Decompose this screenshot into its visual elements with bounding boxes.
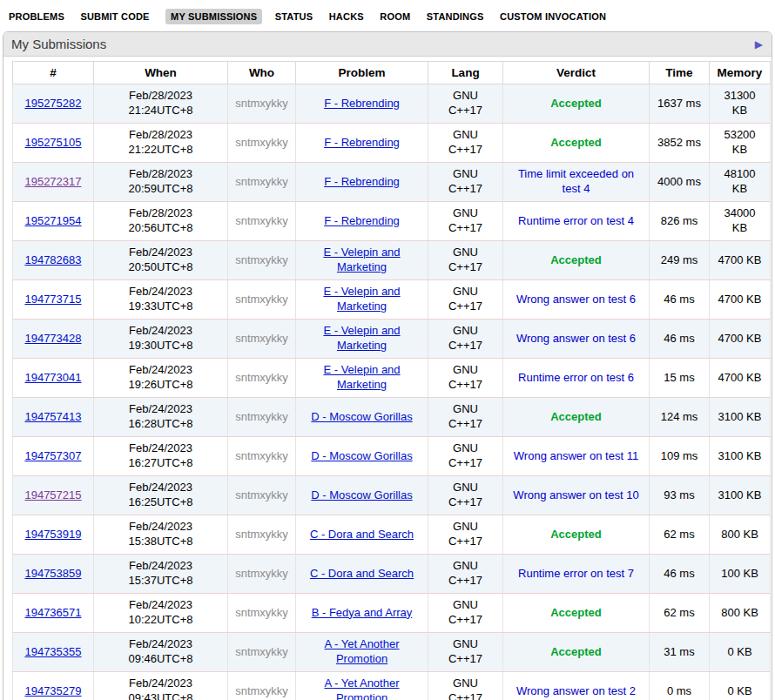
table-row: 195275282 Feb/28/202321:24UTC+8 sntmxykk… bbox=[13, 84, 771, 124]
submission-id-link[interactable]: 194736571 bbox=[24, 606, 81, 619]
submission-memory: 800 KB bbox=[710, 594, 771, 633]
verdict-text[interactable]: Accepted bbox=[550, 645, 602, 658]
user-link[interactable]: sntmxykky bbox=[235, 214, 288, 227]
problem-link[interactable]: C - Dora and Search bbox=[310, 567, 414, 580]
problem-link[interactable]: F - Rebrending bbox=[324, 214, 400, 227]
problem-link[interactable]: A - Yet Another Promotion bbox=[324, 637, 399, 665]
verdict-text[interactable]: Wrong answer on test 6 bbox=[516, 332, 636, 345]
nav-item-standings[interactable]: STANDINGS bbox=[427, 11, 484, 22]
user-link[interactable]: sntmxykky bbox=[235, 253, 288, 266]
submission-time: 3852 ms bbox=[650, 124, 710, 163]
submission-memory: 800 KB bbox=[710, 515, 771, 555]
submission-time: 46 ms bbox=[650, 555, 710, 594]
submission-id-link[interactable]: 194735355 bbox=[24, 645, 81, 658]
nav-item-problems[interactable]: PROBLEMS bbox=[9, 11, 64, 22]
table-row: 194736571 Feb/24/202310:22UTC+8 sntmxykk… bbox=[13, 594, 771, 633]
problem-link[interactable]: D - Moscow Gorillas bbox=[311, 410, 412, 423]
verdict-text[interactable]: Accepted bbox=[550, 606, 602, 619]
user-link[interactable]: sntmxykky bbox=[235, 449, 288, 462]
submission-id-link[interactable]: 194735279 bbox=[24, 684, 81, 697]
verdict-text[interactable]: Wrong answer on test 2 bbox=[516, 684, 636, 697]
problem-link[interactable]: D - Moscow Gorillas bbox=[311, 449, 412, 462]
user-link[interactable]: sntmxykky bbox=[235, 332, 288, 345]
nav-item-status[interactable]: STATUS bbox=[275, 11, 313, 22]
problem-link[interactable]: F - Rebrending bbox=[324, 136, 400, 149]
problem-link[interactable]: B - Fedya and Array bbox=[312, 606, 413, 619]
submission-id-link[interactable]: 194773715 bbox=[24, 293, 81, 306]
verdict-text[interactable]: Accepted bbox=[550, 528, 602, 541]
submission-id-link[interactable]: 194753859 bbox=[24, 567, 81, 580]
user-link[interactable]: sntmxykky bbox=[235, 528, 288, 541]
problem-link[interactable]: E - Velepin and Marketing bbox=[323, 363, 400, 391]
submission-id-link[interactable]: 194757413 bbox=[24, 410, 81, 423]
submission-id-link[interactable]: 194773428 bbox=[24, 332, 81, 345]
problem-link[interactable]: D - Moscow Gorillas bbox=[311, 488, 412, 501]
verdict-text[interactable]: Accepted bbox=[550, 136, 602, 149]
submission-id-link[interactable]: 194773041 bbox=[24, 371, 81, 384]
submission-when: Feb/24/202309:46UTC+8 bbox=[94, 633, 228, 672]
submission-lang: GNU C++17 bbox=[428, 359, 503, 398]
submission-id-link[interactable]: 194757307 bbox=[24, 449, 81, 462]
user-link[interactable]: sntmxykky bbox=[235, 645, 288, 658]
expand-arrow-icon[interactable]: ▶ bbox=[755, 39, 763, 50]
user-link[interactable]: sntmxykky bbox=[235, 97, 288, 110]
verdict-text[interactable]: Wrong answer on test 6 bbox=[516, 293, 636, 306]
user-link[interactable]: sntmxykky bbox=[235, 136, 288, 149]
problem-link[interactable]: E - Velepin and Marketing bbox=[323, 246, 400, 273]
user-link[interactable]: sntmxykky bbox=[235, 371, 288, 384]
problem-link[interactable]: F - Rebrending bbox=[324, 175, 400, 188]
submission-lang: GNU C++17 bbox=[428, 594, 503, 633]
submission-time: 62 ms bbox=[650, 594, 710, 633]
user-link[interactable]: sntmxykky bbox=[235, 684, 288, 697]
user-link[interactable]: sntmxykky bbox=[235, 488, 288, 501]
submission-time: 46 ms bbox=[650, 320, 710, 359]
submission-id-link[interactable]: 194753919 bbox=[24, 528, 81, 541]
nav-item-room[interactable]: ROOM bbox=[380, 11, 410, 22]
table-row: 194753919 Feb/24/202315:38UTC+8 sntmxykk… bbox=[13, 515, 771, 555]
problem-link[interactable]: C - Dora and Search bbox=[310, 528, 414, 541]
user-link[interactable]: sntmxykky bbox=[235, 606, 288, 619]
submission-memory: 4700 KB bbox=[710, 280, 771, 320]
submission-time: 15 ms bbox=[650, 359, 710, 398]
verdict-text[interactable]: Accepted bbox=[550, 253, 602, 266]
submission-when: Feb/24/202315:37UTC+8 bbox=[94, 555, 228, 594]
nav-item-my-submissions[interactable]: MY SUBMISSIONS bbox=[165, 9, 262, 24]
problem-link[interactable]: E - Velepin and Marketing bbox=[323, 324, 400, 352]
submission-memory: 4700 KB bbox=[710, 241, 771, 280]
user-link[interactable]: sntmxykky bbox=[235, 410, 288, 423]
verdict-text[interactable]: Wrong answer on test 10 bbox=[513, 488, 638, 501]
submission-id-link[interactable]: 195275105 bbox=[24, 136, 81, 149]
user-link[interactable]: sntmxykky bbox=[235, 567, 288, 580]
nav-item-hacks[interactable]: HACKS bbox=[329, 11, 364, 22]
submission-when: Feb/24/202319:33UTC+8 bbox=[94, 280, 228, 320]
problem-link[interactable]: A - Yet Another Promotion bbox=[324, 676, 399, 700]
nav-item-submit-code[interactable]: SUBMIT CODE bbox=[80, 11, 149, 22]
submission-lang: GNU C++17 bbox=[428, 633, 503, 672]
table-row: 194757413 Feb/24/202316:28UTC+8 sntmxykk… bbox=[13, 398, 771, 437]
submission-id-link[interactable]: 194757215 bbox=[24, 488, 81, 501]
submission-lang: GNU C++17 bbox=[428, 241, 503, 280]
table-header-row: # When Who Problem Lang Verdict Time Mem… bbox=[13, 62, 771, 84]
submission-id-link[interactable]: 194782683 bbox=[24, 253, 81, 266]
user-link[interactable]: sntmxykky bbox=[235, 175, 288, 188]
verdict-text[interactable]: Runtime error on test 6 bbox=[518, 371, 634, 384]
verdict-text[interactable]: Accepted bbox=[550, 410, 602, 423]
problem-link[interactable]: E - Velepin and Marketing bbox=[323, 285, 400, 313]
submission-time: 249 ms bbox=[650, 241, 710, 280]
user-link[interactable]: sntmxykky bbox=[235, 293, 288, 306]
col-header-lang: Lang bbox=[428, 62, 503, 84]
problem-link[interactable]: F - Rebrending bbox=[324, 97, 400, 110]
verdict-text[interactable]: Wrong answer on test 11 bbox=[514, 449, 638, 462]
submission-lang: GNU C++17 bbox=[428, 555, 503, 594]
submission-lang: GNU C++17 bbox=[428, 280, 503, 320]
verdict-text[interactable]: Time limit exceeded on test 4 bbox=[518, 167, 634, 195]
submission-id-link[interactable]: 195275282 bbox=[24, 97, 81, 110]
submission-id-link[interactable]: 195272317 bbox=[24, 175, 81, 188]
verdict-text[interactable]: Runtime error on test 4 bbox=[518, 214, 634, 227]
nav-item-custom-invocation[interactable]: CUSTOM INVOCATION bbox=[500, 11, 606, 22]
submission-when: Feb/28/202320:59UTC+8 bbox=[94, 163, 228, 202]
submission-when: Feb/24/202316:25UTC+8 bbox=[94, 476, 228, 515]
verdict-text[interactable]: Runtime error on test 7 bbox=[518, 567, 634, 580]
submission-id-link[interactable]: 195271954 bbox=[24, 214, 81, 227]
verdict-text[interactable]: Accepted bbox=[550, 97, 602, 110]
